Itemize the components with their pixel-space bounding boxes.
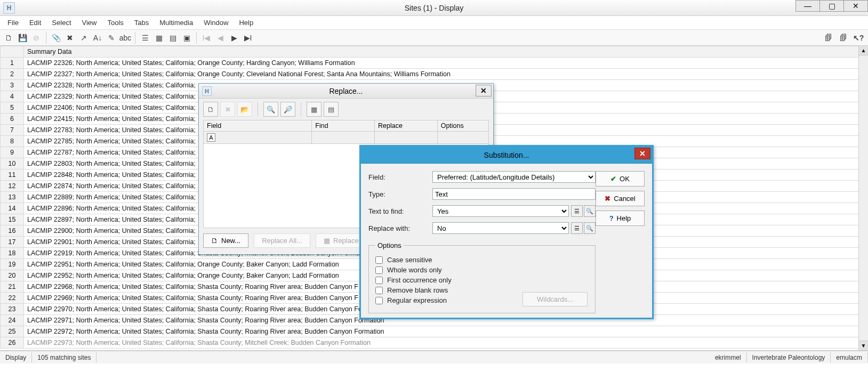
menu-file[interactable]: File	[2, 17, 24, 29]
substitution-close-button[interactable]: ✕	[634, 148, 650, 159]
row-number[interactable]: 3	[1, 80, 24, 91]
row-number[interactable]: 12	[1, 181, 24, 192]
nav-prev-icon[interactable]: ◀	[214, 31, 227, 44]
nav-first-icon[interactable]: I◀	[200, 31, 213, 44]
replace-grid2-icon[interactable]: ▤	[324, 102, 339, 117]
tool-right-2-icon[interactable]: 🗐	[837, 31, 850, 44]
row-number[interactable]: 9	[1, 147, 24, 158]
row-number[interactable]: 18	[1, 248, 24, 259]
row-number[interactable]: 7	[1, 125, 24, 136]
replace-col-field[interactable]: Field	[204, 120, 312, 132]
row-number[interactable]: 26	[1, 337, 24, 349]
row-number[interactable]: 11	[1, 169, 24, 181]
replace-find-icon[interactable]: 🔍	[263, 102, 278, 117]
replace-grid1-icon[interactable]: ▦	[307, 102, 322, 117]
row-number[interactable]: 20	[1, 270, 24, 281]
replace-dialog-close-button[interactable]: ✕	[476, 85, 492, 96]
first-occurrence-checkbox[interactable]: First occurrence only	[375, 276, 589, 284]
attach-icon[interactable]: 📎	[50, 31, 62, 44]
row-number[interactable]: 14	[1, 203, 24, 214]
find-select[interactable]: Yes	[432, 205, 569, 217]
row-number[interactable]: 16	[1, 225, 24, 237]
replace-select[interactable]: No	[432, 222, 569, 234]
find-browse-icon[interactable]: 🔍	[584, 205, 596, 217]
vertical-scrollbar[interactable]: ▲ ▼	[858, 46, 868, 350]
doc-x-icon[interactable]: ✖	[63, 31, 76, 44]
new-record-icon[interactable]: 🗋	[2, 31, 15, 44]
grid-view-icon[interactable]: ▦	[152, 31, 165, 44]
row-number[interactable]: 22	[1, 293, 24, 304]
replace-all-button[interactable]: Replace All...	[254, 233, 310, 248]
list-view-icon[interactable]: ☰	[139, 31, 151, 44]
thumb-view-icon[interactable]: ▣	[180, 31, 193, 44]
whole-words-checkbox[interactable]: Whole words only	[375, 266, 589, 274]
row-number[interactable]: 13	[1, 192, 24, 203]
column-header-summary[interactable]: Summary Data	[24, 46, 868, 58]
replace-new-button[interactable]: 🗋New...	[203, 233, 248, 248]
tool-right-1-icon[interactable]: 🗐	[822, 31, 835, 44]
scroll-down-icon[interactable]: ▼	[859, 341, 868, 350]
replace-find2-icon[interactable]: 🔎	[280, 102, 295, 117]
replace-lookup-icon[interactable]: ☰	[571, 222, 583, 234]
help-button[interactable]: ?Help	[596, 211, 645, 226]
row-number[interactable]: 1	[1, 58, 24, 69]
replace-col-find[interactable]: Find	[312, 120, 375, 132]
grid-cell[interactable]: LACMIP 22973; North America; United Stat…	[24, 337, 868, 349]
replace-open-icon[interactable]: 📂	[237, 102, 252, 117]
edit-icon[interactable]: ✎	[105, 31, 118, 44]
menu-select[interactable]: Select	[46, 17, 76, 29]
row-number[interactable]: 2	[1, 69, 24, 80]
discard-icon[interactable]: ⊘	[30, 31, 43, 44]
replace-new-icon[interactable]: 🗋	[203, 102, 218, 117]
row-number[interactable]: 8	[1, 136, 24, 147]
menu-view[interactable]: View	[77, 17, 102, 29]
row-number[interactable]: 25	[1, 326, 24, 337]
menu-multimedia[interactable]: Multimedia	[154, 17, 198, 29]
field-select[interactable]: Preferred: (Latitude/Longitude Details)	[432, 171, 596, 183]
window-titlebar: H Sites (1) - Display — ▢ ✕	[0, 0, 868, 16]
grid-cell[interactable]: LACMIP 22327; North America; United Stat…	[24, 69, 868, 80]
replace-row-options[interactable]	[437, 132, 488, 144]
maximize-button[interactable]: ▢	[819, 0, 844, 12]
row-number[interactable]: 24	[1, 315, 24, 326]
row-number[interactable]: 17	[1, 237, 24, 248]
row-number[interactable]: 23	[1, 304, 24, 315]
scroll-up-icon[interactable]: ▲	[859, 46, 868, 55]
minimize-button[interactable]: —	[795, 0, 820, 12]
context-help-icon[interactable]: ↖?	[852, 31, 865, 44]
menu-window[interactable]: Window	[198, 17, 234, 29]
row-number[interactable]: 19	[1, 259, 24, 270]
case-sensitive-checkbox[interactable]: Case sensitive	[375, 256, 589, 264]
replace-browse-icon[interactable]: 🔍	[584, 222, 596, 234]
grid-cell[interactable]: LACMIP 22972; North America; United Stat…	[24, 326, 868, 337]
row-number[interactable]: 6	[1, 114, 24, 125]
close-button[interactable]: ✕	[843, 0, 868, 12]
spellcheck-icon[interactable]: abc	[119, 31, 132, 44]
row-number[interactable]: 21	[1, 281, 24, 293]
menu-edit[interactable]: Edit	[24, 17, 46, 29]
row-number[interactable]: 15	[1, 214, 24, 225]
nav-next-icon[interactable]: ▶	[228, 31, 240, 44]
replace-row-field[interactable]: A	[204, 132, 312, 144]
cancel-button[interactable]: ✖Cancel	[596, 191, 645, 206]
wildcards-button[interactable]: Wildcards...	[523, 292, 588, 306]
replace-row-replace[interactable]	[374, 132, 437, 144]
find-lookup-icon[interactable]: ☰	[571, 205, 583, 217]
replace-col-options[interactable]: Options	[437, 120, 488, 132]
replace-row-find[interactable]	[312, 132, 375, 144]
menu-tools[interactable]: Tools	[102, 17, 128, 29]
page-view-icon[interactable]: ▤	[166, 31, 179, 44]
grid-cell[interactable]: LACMIP 22326; North America; United Stat…	[24, 58, 868, 69]
menu-tabs[interactable]: Tabs	[129, 17, 154, 29]
ok-button[interactable]: ✔OK	[596, 171, 645, 187]
save-icon[interactable]: 💾	[16, 31, 29, 44]
sort-icon[interactable]: A↓	[91, 31, 104, 44]
doc-arrow-icon[interactable]: ↗	[77, 31, 90, 44]
row-number[interactable]: 4	[1, 91, 24, 102]
row-number[interactable]: 5	[1, 102, 24, 114]
nav-last-icon[interactable]: ▶I	[242, 31, 254, 44]
row-number[interactable]: 10	[1, 158, 24, 169]
menu-help[interactable]: Help	[234, 17, 259, 29]
replace-col-replace[interactable]: Replace	[374, 120, 437, 132]
replace-del-icon[interactable]: ✖	[220, 102, 235, 117]
